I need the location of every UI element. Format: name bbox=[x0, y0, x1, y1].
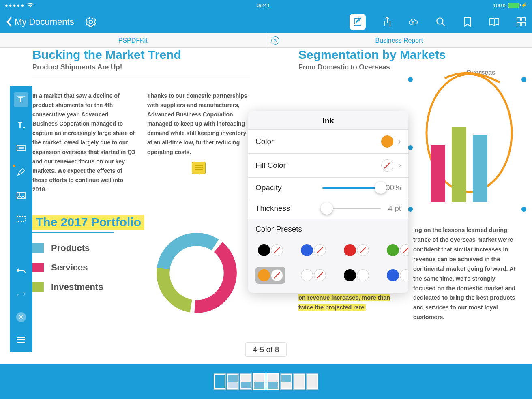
donut-chart bbox=[150, 226, 243, 320]
presets-grid bbox=[248, 237, 408, 293]
battery-percent: 100% bbox=[493, 2, 506, 9]
nav-title: My Documents bbox=[15, 17, 74, 27]
page-thumbnail-current[interactable] bbox=[266, 373, 279, 390]
bar-chart-selection[interactable]: Overseas bbox=[410, 72, 524, 218]
bar-1 bbox=[431, 145, 445, 202]
page-thumbnail[interactable] bbox=[214, 373, 226, 390]
tool-menu[interactable] bbox=[15, 334, 27, 345]
thickness-value: 4 pt bbox=[381, 204, 401, 213]
chevron-right-icon: › bbox=[398, 136, 401, 147]
body-col-1: In a market that saw a decline of produc… bbox=[32, 91, 135, 194]
page-thumbnail[interactable] bbox=[240, 373, 252, 390]
bar-2 bbox=[452, 127, 466, 202]
presets-header: Color Presets bbox=[248, 219, 408, 237]
color-preset[interactable] bbox=[384, 267, 408, 284]
svg-rect-6 bbox=[17, 96, 25, 97]
search-button[interactable] bbox=[435, 17, 446, 27]
page-thumbnail-current[interactable] bbox=[253, 373, 266, 390]
page-title-right: Segmentation by Markets bbox=[298, 48, 516, 62]
color-preset[interactable] bbox=[384, 242, 408, 259]
edit-button[interactable] bbox=[350, 14, 366, 30]
legend-swatch bbox=[32, 243, 44, 253]
svg-rect-11 bbox=[17, 216, 25, 222]
selection-icon bbox=[16, 215, 26, 223]
menu-icon bbox=[16, 337, 26, 343]
tool-close-button[interactable]: ✕ bbox=[16, 312, 26, 322]
color-preset[interactable] bbox=[298, 242, 328, 259]
document-content: T T ✕ Bucking the Market Trend Product S… bbox=[0, 48, 532, 364]
tool-ink[interactable] bbox=[15, 166, 27, 178]
body-col-2: Thanks to our domestic partnerships with… bbox=[147, 91, 250, 194]
compose-icon bbox=[353, 17, 363, 27]
page-thumbnail[interactable] bbox=[293, 373, 305, 390]
tab-right[interactable]: ✕ Business Report bbox=[266, 33, 532, 47]
tool-undo[interactable] bbox=[15, 265, 27, 277]
svg-rect-4 bbox=[522, 23, 525, 26]
page-subtitle: Product Shipments Are Up! bbox=[32, 63, 250, 71]
share-button[interactable] bbox=[382, 17, 393, 27]
page-title: Bucking the Market Trend bbox=[32, 48, 250, 62]
grid-button[interactable] bbox=[516, 17, 526, 27]
tool-text[interactable]: T bbox=[15, 119, 27, 131]
cloud-upload-icon bbox=[409, 17, 419, 26]
outline-button[interactable] bbox=[489, 17, 500, 27]
tool-text-highlight[interactable]: T bbox=[14, 92, 28, 107]
legend-label: Services bbox=[51, 262, 88, 273]
chart-bars bbox=[431, 121, 512, 202]
legend-label: Products bbox=[51, 243, 90, 253]
ink-icon bbox=[16, 167, 26, 177]
share-icon bbox=[382, 16, 392, 28]
ink-opacity-row: Opacity 100% bbox=[248, 177, 408, 198]
color-preset[interactable] bbox=[341, 267, 371, 284]
ink-thickness-row: Thickness 4 pt bbox=[248, 198, 408, 219]
ink-color-row[interactable]: Color › bbox=[248, 129, 408, 153]
note-icon bbox=[16, 144, 26, 152]
ink-fillcolor-row[interactable]: Fill Color › bbox=[248, 153, 408, 177]
bookmark-button[interactable] bbox=[462, 17, 473, 27]
opacity-slider[interactable] bbox=[322, 187, 381, 189]
ink-inspector-popup: Ink Color › Fill Color › Opacity 100% Th… bbox=[248, 111, 408, 293]
tool-image[interactable] bbox=[15, 190, 27, 201]
grid-icon bbox=[516, 17, 526, 27]
chevron-left-icon bbox=[6, 17, 12, 27]
page-thumbnail[interactable] bbox=[280, 373, 292, 390]
thumbnail-bar bbox=[0, 364, 532, 399]
back-button[interactable]: My Documents bbox=[6, 17, 74, 27]
text-icon: T bbox=[16, 120, 26, 130]
note-annotation[interactable] bbox=[192, 162, 206, 174]
color-preset[interactable] bbox=[298, 267, 328, 284]
color-preset[interactable] bbox=[341, 242, 371, 259]
bar-3 bbox=[473, 135, 487, 202]
signal-dots: ●●●●● bbox=[5, 2, 25, 9]
gear-icon[interactable] bbox=[86, 17, 96, 27]
cloud-button[interactable] bbox=[409, 17, 419, 27]
portfolio-title: The 2017 Portfolio bbox=[32, 215, 144, 230]
svg-rect-1 bbox=[517, 18, 520, 21]
bookmark-icon bbox=[463, 17, 472, 27]
tab-label: PSPDFKit bbox=[118, 37, 148, 44]
title-underline bbox=[32, 232, 114, 233]
thickness-slider[interactable] bbox=[322, 208, 381, 209]
legend-label: Investments bbox=[51, 282, 103, 292]
tool-selection[interactable] bbox=[15, 213, 27, 225]
ink-header: Ink bbox=[248, 111, 408, 129]
tab-close-button[interactable]: ✕ bbox=[271, 36, 279, 45]
tool-redo[interactable] bbox=[15, 289, 27, 300]
text-highlight-icon: T bbox=[16, 95, 26, 105]
redo-icon bbox=[16, 291, 26, 298]
book-icon bbox=[489, 17, 500, 27]
svg-rect-2 bbox=[522, 18, 525, 21]
color-preset[interactable] bbox=[255, 267, 285, 284]
color-preset[interactable] bbox=[255, 242, 285, 259]
charging-icon: ⚡ bbox=[521, 2, 527, 8]
page-thumbnail[interactable] bbox=[306, 373, 318, 390]
tab-bar: PSPDFKit ✕ Business Report bbox=[0, 33, 532, 48]
svg-point-10 bbox=[19, 193, 20, 195]
wifi-icon bbox=[27, 3, 34, 8]
undo-icon bbox=[16, 267, 26, 275]
tool-note[interactable] bbox=[15, 143, 27, 154]
image-icon bbox=[16, 191, 26, 200]
legend-swatch bbox=[32, 282, 44, 292]
page-thumbnail[interactable] bbox=[227, 373, 239, 390]
tab-left[interactable]: PSPDFKit bbox=[0, 33, 266, 47]
